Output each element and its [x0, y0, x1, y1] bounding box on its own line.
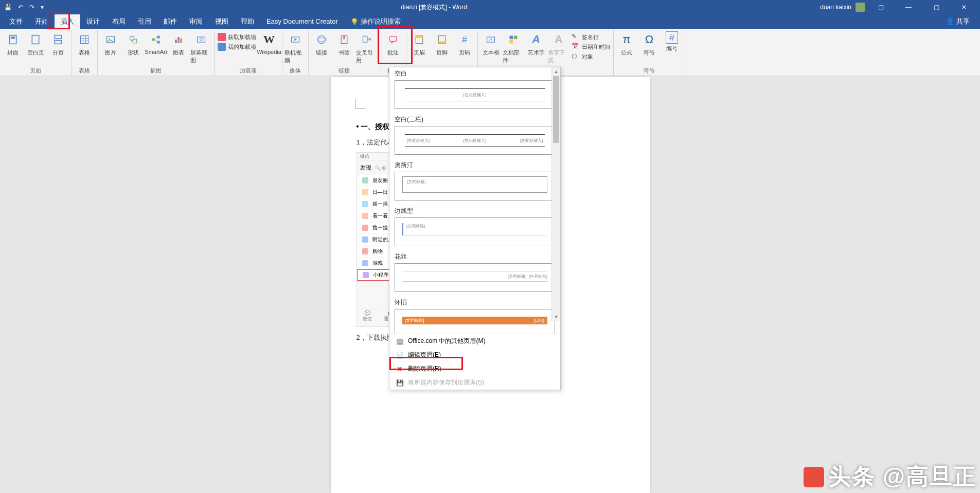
- header-preview-filigree[interactable]: [文档标题][作者姓名]: [395, 263, 555, 292]
- svg-rect-3: [55, 35, 61, 39]
- number-button[interactable]: #编号: [661, 31, 683, 52]
- tab-insert[interactable]: 插入: [55, 14, 80, 29]
- dropcap-button[interactable]: A首字下沉: [548, 31, 569, 64]
- svg-rect-2: [32, 35, 39, 44]
- minimize-icon[interactable]: —: [897, 4, 920, 11]
- svg-rect-4: [55, 41, 61, 44]
- header-button[interactable]: 页眉: [408, 31, 430, 57]
- comment-button[interactable]: 批注: [382, 31, 404, 57]
- share-button[interactable]: 👤 共享: [946, 17, 980, 26]
- link-button[interactable]: 链接: [311, 31, 332, 57]
- tab-home[interactable]: 开始: [29, 14, 55, 29]
- wikipedia-button[interactable]: WWikipedia: [258, 31, 280, 55]
- tell-me-search[interactable]: 💡 操作说明搜索: [350, 17, 401, 26]
- avatar[interactable]: [856, 3, 865, 12]
- tab-mailings[interactable]: 邮件: [157, 14, 183, 29]
- category-austin: 奥斯汀: [389, 159, 560, 172]
- close-icon[interactable]: ✕: [952, 4, 976, 11]
- blank-page-button[interactable]: 空白页: [25, 31, 46, 57]
- date-time-button[interactable]: 📅日期和时间: [571, 43, 611, 51]
- header-gallery-dropdown: 空白 [在此处键入] 空白(三栏) [在此处键入][在此处键入][在此处键入] …: [389, 67, 561, 390]
- office-icon: 🏢: [396, 337, 404, 345]
- save-icon[interactable]: 💾: [4, 4, 12, 11]
- group-label-addins: 加载项: [240, 66, 257, 76]
- svg-rect-0: [9, 35, 16, 44]
- signature-line-button[interactable]: ✎签名行: [571, 33, 611, 41]
- equation-button[interactable]: π公式: [616, 31, 637, 57]
- ribbon-options-icon[interactable]: ▢: [869, 4, 893, 11]
- tab-layout[interactable]: 布局: [106, 14, 132, 29]
- page-number-button[interactable]: #页码: [454, 31, 475, 57]
- page-break-button[interactable]: 分页: [47, 31, 69, 57]
- table-button[interactable]: 表格: [74, 31, 95, 57]
- group-label-tables: 表格: [79, 66, 90, 76]
- svg-rect-22: [198, 37, 205, 42]
- svg-point-27: [318, 38, 326, 42]
- tab-easy-doc[interactable]: Easy Document Creator: [260, 14, 344, 29]
- qat-more-icon[interactable]: ▾: [41, 4, 44, 11]
- watermark: 头条 @高旦正: [804, 462, 977, 492]
- header-preview-austin[interactable]: [文档标题]: [395, 172, 555, 200]
- title-bar: 💾 ↶ ↷ ▾ dianzi [兼容模式] - Word duan kaixin…: [0, 0, 980, 14]
- bookmark-button[interactable]: 书签: [333, 31, 355, 57]
- screenshot-button[interactable]: 屏幕截图: [190, 31, 212, 64]
- wordart-button[interactable]: A艺术字: [525, 31, 547, 57]
- header-preview-border[interactable]: [文档标题]: [395, 217, 555, 246]
- header-preview-blank[interactable]: [在此处键入]: [395, 80, 555, 109]
- svg-line-18: [155, 40, 157, 42]
- object-button[interactable]: ▢对象: [571, 52, 611, 61]
- pictures-button[interactable]: 图片: [100, 31, 121, 57]
- svg-rect-38: [514, 36, 518, 40]
- get-addins-button[interactable]: 获取加载项: [217, 33, 257, 41]
- redo-icon[interactable]: ↷: [29, 4, 34, 11]
- tab-review[interactable]: 审阅: [183, 14, 209, 29]
- remove-header-button[interactable]: ✖ 删除页眉(R): [389, 362, 560, 376]
- group-label-illustrations: 插图: [150, 66, 162, 76]
- svg-line-17: [155, 37, 157, 40]
- cross-ref-button[interactable]: 交叉引用: [356, 31, 378, 64]
- tab-references[interactable]: 引用: [132, 14, 157, 29]
- edit-header-button[interactable]: 📄 编辑页眉(E): [389, 348, 560, 362]
- category-blank: 空白: [389, 67, 560, 80]
- svg-rect-32: [416, 36, 422, 38]
- symbol-button[interactable]: Ω符号: [638, 31, 660, 57]
- maximize-icon[interactable]: ▢: [924, 4, 948, 11]
- scroll-up-icon[interactable]: ▴: [552, 67, 560, 76]
- chart-button[interactable]: 图表: [168, 31, 189, 57]
- svg-rect-16: [157, 41, 160, 44]
- edit-header-icon: 📄: [396, 351, 404, 359]
- cover-page-button[interactable]: 封面: [2, 31, 24, 57]
- tab-design[interactable]: 设计: [80, 14, 106, 29]
- save-gallery-icon: 💾: [396, 379, 404, 387]
- textbox-button[interactable]: A文本框: [480, 31, 502, 57]
- svg-text:A: A: [489, 37, 493, 42]
- share-icon: 👤: [946, 17, 954, 25]
- header-mark-icon: [355, 99, 366, 109]
- header-preview-blank3[interactable]: [在此处键入][在此处键入][在此处键入]: [395, 126, 555, 155]
- scrollbar-thumb[interactable]: [553, 76, 559, 143]
- header-preview-retro[interactable]: [文档标题][日期]: [395, 309, 555, 334]
- scroll-down-icon[interactable]: ▾: [552, 313, 560, 321]
- svg-rect-34: [438, 41, 445, 43]
- tab-view[interactable]: 视图: [209, 14, 235, 29]
- category-filigree: 花丝: [389, 250, 560, 263]
- footer-button[interactable]: 页脚: [431, 31, 453, 57]
- gallery-scrollbar[interactable]: ▴ ▾: [551, 67, 560, 321]
- shapes-button[interactable]: 形状: [122, 31, 144, 57]
- online-video-button[interactable]: 联机视频: [284, 31, 306, 64]
- group-label-links: 链接: [338, 66, 350, 76]
- more-headers-office-button[interactable]: 🏢 Office.com 中的其他页眉(M): [389, 334, 560, 348]
- remove-header-icon: ✖: [396, 365, 404, 373]
- svg-rect-14: [152, 39, 155, 41]
- category-border: 边线型: [389, 205, 560, 217]
- svg-rect-39: [510, 40, 513, 44]
- category-blank-3col: 空白(三栏): [389, 113, 560, 126]
- svg-point-12: [130, 36, 134, 40]
- tab-help[interactable]: 帮助: [235, 14, 260, 29]
- undo-icon[interactable]: ↶: [18, 4, 23, 11]
- save-to-gallery-button: 💾 将所选内容保存到页眉库(S): [389, 376, 560, 390]
- my-addins-button[interactable]: 我的加载项: [217, 43, 257, 51]
- smartart-button[interactable]: SmartArt: [145, 31, 167, 55]
- tab-file[interactable]: 文件: [3, 14, 29, 29]
- quick-parts-button[interactable]: 文档部件: [503, 31, 524, 64]
